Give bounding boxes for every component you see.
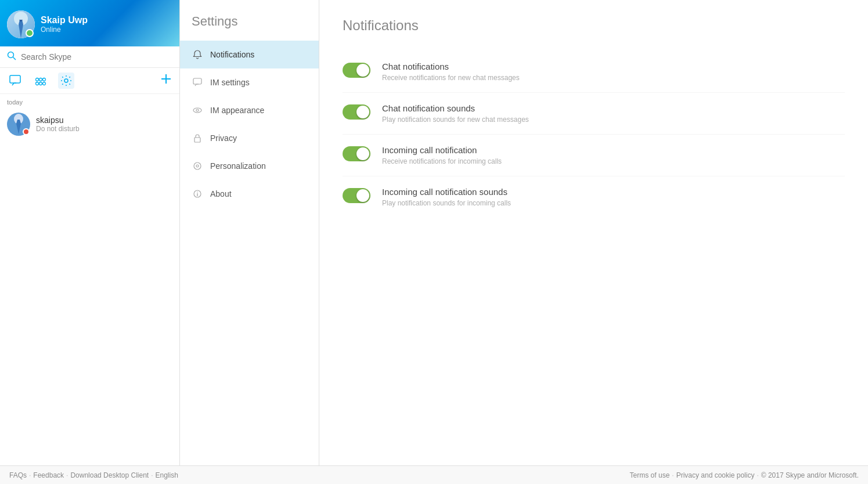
avatar-container bbox=[7, 10, 35, 38]
page-title: Notifications bbox=[343, 17, 845, 34]
toggle-container-chat-sounds bbox=[343, 104, 370, 120]
notification-text-chat-sounds: Chat notification sounds Play notificati… bbox=[382, 103, 845, 124]
svg-rect-14 bbox=[193, 78, 201, 84]
main-content: Notifications Chat notifications Receive… bbox=[319, 0, 868, 465]
settings-item-im-appearance[interactable]: IM appearance bbox=[180, 96, 319, 124]
notification-text-incoming-call-sounds: Incoming call notification sounds Play n… bbox=[382, 187, 845, 207]
incoming-call-sounds-title: Incoming call notification sounds bbox=[382, 187, 845, 197]
contact-item[interactable]: skaipsu Do not disturb bbox=[0, 108, 179, 140]
svg-point-1 bbox=[8, 52, 14, 58]
settings-item-label-notifications: Notifications bbox=[210, 50, 254, 59]
chat-sounds-desc: Play notification sounds for new chat me… bbox=[382, 115, 845, 124]
notification-item-chat: Chat notifications Receive notifications… bbox=[343, 51, 845, 93]
status-indicator bbox=[26, 29, 34, 37]
add-contact-button[interactable] bbox=[160, 73, 172, 89]
privacy-policy-link[interactable]: Privacy and cookie policy bbox=[676, 471, 755, 479]
settings-title: Settings bbox=[180, 9, 319, 41]
notification-text-chat: Chat notifications Receive notifications… bbox=[382, 62, 845, 82]
faqs-link[interactable]: FAQs bbox=[9, 471, 27, 479]
search-bar bbox=[0, 46, 179, 68]
footer-right: Terms of use · Privacy and cookie policy… bbox=[630, 471, 859, 479]
settings-item-label-im-appearance: IM appearance bbox=[210, 106, 264, 115]
settings-item-label-privacy: Privacy bbox=[210, 133, 237, 143]
user-status: Online bbox=[41, 26, 88, 34]
svg-point-22 bbox=[197, 192, 198, 193]
chat-sounds-toggle[interactable] bbox=[343, 104, 370, 120]
notification-item-incoming-call: Incoming call notification Receive notif… bbox=[343, 135, 845, 176]
settings-item-label-im-settings: IM settings bbox=[210, 78, 250, 87]
svg-point-8 bbox=[39, 82, 42, 85]
contact-info: skaipsu Do not disturb bbox=[36, 115, 80, 133]
chat-notifications-toggle[interactable] bbox=[343, 63, 370, 78]
svg-point-7 bbox=[36, 82, 39, 85]
settings-item-notifications[interactable]: Notifications bbox=[180, 41, 319, 68]
user-info: Skaip Uwp Online bbox=[41, 15, 88, 34]
contacts-nav-icon[interactable] bbox=[33, 73, 49, 89]
settings-item-personalization[interactable]: Personalization bbox=[180, 152, 319, 180]
settings-item-about[interactable]: About bbox=[180, 180, 319, 208]
incoming-call-title: Incoming call notification bbox=[382, 145, 845, 155]
toggle-container-incoming-call-sounds bbox=[343, 188, 370, 203]
svg-point-15 bbox=[193, 108, 201, 113]
settings-panel: Settings Notifications IM settings IM ap… bbox=[180, 0, 319, 465]
settings-item-privacy[interactable]: Privacy bbox=[180, 124, 319, 152]
contact-status-dot bbox=[23, 128, 30, 135]
eye-icon bbox=[192, 104, 203, 116]
chat-sounds-title: Chat notification sounds bbox=[382, 103, 845, 113]
incoming-call-desc: Receive notifications for incoming calls bbox=[382, 157, 845, 165]
feedback-link[interactable]: Feedback bbox=[33, 471, 64, 479]
language-link[interactable]: English bbox=[156, 471, 178, 479]
sidebar-header: Skaip Uwp Online bbox=[0, 0, 179, 46]
chat-nav-icon[interactable] bbox=[7, 73, 23, 89]
download-link[interactable]: Download Desktop Client bbox=[70, 471, 149, 479]
incoming-call-sounds-desc: Play notification sounds for incoming ca… bbox=[382, 199, 845, 207]
bell-icon bbox=[192, 49, 203, 60]
sidebar: Skaip Uwp Online bbox=[0, 0, 180, 465]
svg-point-5 bbox=[39, 78, 42, 81]
info-icon bbox=[192, 188, 203, 200]
svg-point-6 bbox=[43, 78, 46, 81]
chat-notifications-desc: Receive notifications for new chat messa… bbox=[382, 74, 845, 82]
nav-icons bbox=[0, 68, 179, 94]
settings-nav-icon[interactable] bbox=[58, 73, 74, 89]
search-input[interactable] bbox=[21, 52, 172, 62]
chat-icon bbox=[192, 77, 203, 88]
notification-item-chat-sounds: Chat notification sounds Play notificati… bbox=[343, 93, 845, 135]
section-label: today bbox=[0, 94, 179, 108]
lock-icon bbox=[192, 132, 203, 144]
contact-name: skaipsu bbox=[36, 115, 80, 125]
notification-item-incoming-call-sounds: Incoming call notification sounds Play n… bbox=[343, 176, 845, 218]
notification-text-incoming-call: Incoming call notification Receive notif… bbox=[382, 145, 845, 165]
settings-item-im-settings[interactable]: IM settings bbox=[180, 68, 319, 96]
svg-rect-3 bbox=[10, 75, 20, 83]
toggle-container-chat bbox=[343, 63, 370, 78]
search-icon bbox=[7, 51, 16, 63]
incoming-call-sounds-toggle[interactable] bbox=[343, 188, 370, 203]
svg-point-18 bbox=[194, 162, 201, 169]
personalization-icon bbox=[192, 160, 203, 172]
svg-point-19 bbox=[196, 165, 199, 167]
footer: FAQs · Feedback · Download Desktop Clien… bbox=[0, 465, 868, 484]
contact-avatar bbox=[7, 113, 30, 136]
svg-point-9 bbox=[43, 82, 46, 85]
svg-point-10 bbox=[64, 79, 68, 82]
svg-point-4 bbox=[36, 78, 39, 81]
toggle-container-incoming-call bbox=[343, 146, 370, 161]
contact-substatus: Do not disturb bbox=[36, 125, 80, 133]
user-name: Skaip Uwp bbox=[41, 15, 88, 26]
chat-notifications-title: Chat notifications bbox=[382, 62, 845, 71]
svg-point-16 bbox=[196, 109, 199, 111]
terms-link[interactable]: Terms of use bbox=[630, 471, 670, 479]
svg-rect-17 bbox=[195, 138, 200, 142]
svg-line-2 bbox=[13, 57, 16, 60]
incoming-call-toggle[interactable] bbox=[343, 146, 370, 161]
settings-item-label-about: About bbox=[210, 189, 232, 198]
settings-item-label-personalization: Personalization bbox=[210, 161, 266, 171]
copyright-text: © 2017 Skype and/or Microsoft. bbox=[761, 471, 859, 479]
